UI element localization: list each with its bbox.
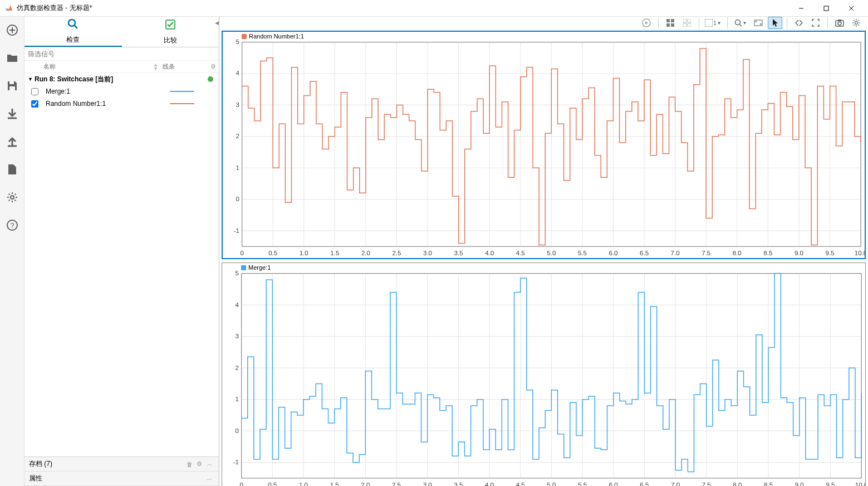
column-name-label[interactable]: 名称	[43, 62, 56, 71]
chevron-up-icon[interactable]: ︿	[204, 474, 214, 483]
signal-line-swatch[interactable]	[170, 103, 219, 104]
expand-diagonal-button[interactable]	[792, 17, 806, 29]
tab-inspect[interactable]: 检查	[24, 17, 122, 47]
trash-icon[interactable]: 🗑	[184, 461, 194, 468]
svg-text:4.0: 4.0	[485, 250, 494, 256]
collapse-panel-icon[interactable]: ◀	[214, 19, 219, 27]
expand-arrow-icon[interactable]: ▼	[28, 76, 35, 82]
pointer-button[interactable]	[768, 17, 782, 29]
plot-2[interactable]: Merge:1 00.51.01.52.02.53.03.54.04.55.05…	[222, 263, 866, 486]
plot-settings-button[interactable]	[849, 17, 864, 29]
svg-point-13	[11, 196, 14, 199]
archive-label: 存档 (7)	[29, 459, 184, 469]
save-button[interactable]	[3, 77, 21, 95]
minimize-button[interactable]	[788, 0, 813, 17]
svg-text:1: 1	[236, 164, 239, 171]
properties-section-header[interactable]: 属性 ︿	[24, 472, 219, 486]
gear-icon[interactable]: ⚙	[194, 460, 204, 468]
svg-text:8.5: 8.5	[764, 482, 773, 486]
properties-label: 属性	[29, 474, 204, 483]
svg-text:4: 4	[236, 70, 240, 76]
svg-rect-25	[688, 19, 691, 22]
run-row[interactable]: ▼ Run 8: Switchcase [当前]	[24, 73, 219, 85]
svg-text:5.0: 5.0	[547, 482, 556, 486]
help-button[interactable]: ?	[3, 216, 21, 234]
import-button[interactable]	[3, 105, 21, 123]
svg-rect-26	[683, 23, 686, 27]
plot-1[interactable]: Random Number1:1 00.51.01.52.02.53.03.54…	[222, 31, 866, 259]
close-button[interactable]	[838, 0, 864, 17]
signal-name: Random Number1:1	[41, 100, 170, 108]
tab-compare[interactable]: 比较	[122, 17, 219, 47]
svg-text:3.0: 3.0	[423, 482, 432, 486]
svg-text:4.5: 4.5	[516, 482, 525, 486]
svg-rect-27	[688, 23, 691, 27]
svg-text:3.0: 3.0	[423, 250, 432, 256]
signal-checkbox[interactable]	[31, 100, 38, 108]
snapshot-button[interactable]	[832, 17, 847, 29]
signal-row[interactable]: Random Number1:1	[24, 98, 219, 110]
signal-checkbox[interactable]	[31, 88, 38, 95]
svg-text:1.5: 1.5	[330, 250, 339, 256]
clear-layout-button[interactable]	[680, 17, 694, 29]
new-file-button[interactable]	[3, 161, 21, 178]
svg-rect-1	[824, 6, 828, 11]
svg-text:3.5: 3.5	[454, 482, 463, 486]
svg-rect-21	[671, 19, 674, 22]
svg-text:8.5: 8.5	[763, 250, 772, 256]
svg-text:4.0: 4.0	[485, 482, 494, 486]
svg-text:0: 0	[239, 482, 243, 486]
column-settings-icon[interactable]: ⚙	[208, 63, 219, 70]
dropdown-icon: ▼	[743, 21, 747, 26]
open-folder-button[interactable]	[3, 49, 21, 67]
svg-text:0: 0	[236, 427, 239, 434]
play-button[interactable]	[639, 17, 654, 29]
layout-grid-button[interactable]	[663, 17, 678, 29]
svg-text:0: 0	[240, 250, 243, 256]
fit-button[interactable]	[751, 17, 766, 29]
column-line-label[interactable]: 线条	[160, 62, 208, 71]
svg-text:1.0: 1.0	[300, 250, 308, 256]
svg-point-35	[855, 22, 858, 25]
subplot-layout-button[interactable]: 1▼	[704, 17, 723, 29]
svg-text:1: 1	[236, 396, 239, 402]
svg-text:9.0: 9.0	[795, 250, 803, 256]
plot-canvas[interactable]: 00.51.01.52.02.53.03.54.04.55.05.56.06.5…	[223, 40, 865, 258]
sort-icon[interactable]: ▲▼	[153, 63, 158, 71]
svg-text:10.0: 10.0	[855, 482, 865, 486]
fullscreen-button[interactable]	[808, 17, 823, 29]
legend-swatch	[242, 34, 247, 39]
settings-button[interactable]	[3, 188, 21, 206]
svg-text:7.0: 7.0	[671, 482, 680, 486]
archive-section-header[interactable]: 存档 (7) 🗑 ⚙ ︿	[24, 457, 219, 472]
svg-text:0: 0	[236, 196, 239, 202]
export-button[interactable]	[3, 133, 21, 150]
svg-rect-34	[838, 20, 841, 21]
maximize-button[interactable]	[813, 0, 838, 17]
plot-toolbar: 1▼ ▼	[219, 17, 868, 30]
signal-tree: ▼ Run 8: Switchcase [当前] Merge:1 Random …	[24, 73, 219, 456]
tab-compare-label: 比较	[164, 36, 177, 45]
legend-label: Random Number1:1	[249, 33, 304, 40]
svg-rect-7	[9, 81, 14, 84]
run-label: Run 8: Switchcase [当前]	[35, 75, 208, 84]
svg-text:2.0: 2.0	[361, 482, 370, 486]
chevron-up-icon[interactable]: ︿	[204, 460, 214, 468]
legend-swatch	[241, 265, 246, 270]
svg-line-30	[740, 25, 742, 26]
filter-input[interactable]	[24, 49, 219, 59]
svg-rect-20	[666, 19, 670, 22]
signal-row[interactable]: Merge:1	[24, 85, 219, 98]
plot-canvas[interactable]: 00.51.01.52.02.53.03.54.04.55.05.56.06.5…	[222, 271, 865, 486]
svg-text:7.0: 7.0	[671, 250, 680, 256]
dropdown-icon: ▼	[717, 21, 722, 26]
zoom-button[interactable]: ▼	[732, 17, 749, 29]
svg-text:5.5: 5.5	[578, 482, 587, 486]
svg-text:7.5: 7.5	[702, 250, 710, 256]
add-button[interactable]	[3, 21, 21, 39]
signal-line-swatch[interactable]	[170, 91, 219, 92]
status-dot-icon	[208, 76, 213, 82]
panel-tabs: 检查 比较	[24, 17, 219, 47]
svg-text:4: 4	[236, 302, 239, 308]
svg-text:2: 2	[236, 133, 239, 139]
